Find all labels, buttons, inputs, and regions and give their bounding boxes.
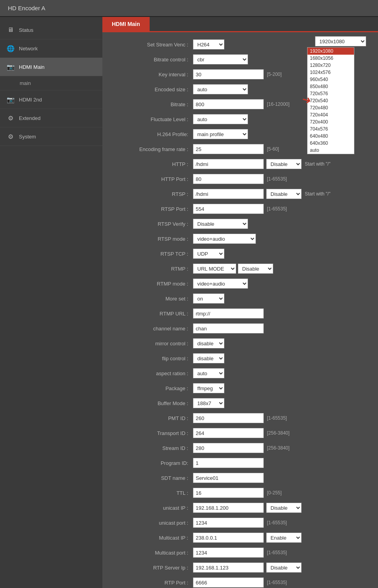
label-rtmp: RTMP : (114, 266, 193, 272)
label-rtsp-tcp: RTSP TCP : (114, 251, 193, 257)
hint-bitrate: [16-12000] (267, 101, 289, 107)
select-rtsp-tcp[interactable]: UDP (193, 249, 224, 259)
resolution-option-2[interactable]: 1280x720 (308, 62, 354, 69)
row-more-set: More set : on (114, 293, 366, 304)
resolution-option-3[interactable]: 1024x576 (308, 69, 354, 76)
select-rtmp-mode[interactable]: video+audio (193, 278, 248, 289)
resolution-option-1[interactable]: 1680x1056 (308, 55, 354, 62)
resolution-dropdown-container: 1920x1080 1920x1080 1680x1056 1280x720 1… (315, 36, 366, 46)
select-rtp-server-ip-mode[interactable]: Disable (266, 562, 302, 573)
resolution-option-6[interactable]: 720x576 (308, 90, 354, 97)
sidebar-label-extended: Extended (19, 115, 41, 121)
select-set-stream-venc[interactable]: H264 (193, 39, 224, 50)
resolution-option-12[interactable]: 640x480 (308, 133, 354, 140)
row-pmt-id: PMT ID : [1-65535] (114, 412, 366, 424)
input-channel-name[interactable] (193, 323, 264, 334)
sidebar-item-status[interactable]: 🖥 Status (0, 21, 102, 39)
input-rtsp[interactable] (193, 189, 264, 199)
tab-hdmi-main[interactable]: HDMI Main (102, 17, 150, 31)
input-key-interval[interactable] (193, 69, 264, 79)
label-bitrate-control: Bitrate control : (114, 57, 193, 63)
row-rtsp-verify: RTSP Verify : Disable (114, 218, 366, 230)
select-unicast-ip-mode[interactable]: Disable (266, 503, 302, 513)
resolution-option-7[interactable]: 720x540 (308, 97, 354, 104)
select-rtsp-disable[interactable]: Disable (266, 189, 302, 199)
input-transport-id[interactable] (193, 428, 264, 438)
sidebar-item-hdmi-2nd[interactable]: 📷 HDMI 2nd (0, 90, 102, 109)
gear-icon: ⚙ (6, 114, 15, 122)
label-h264-profile: H.264 Profile: (114, 131, 193, 137)
label-more-set: More set : (114, 296, 193, 302)
select-bitrate-control[interactable]: cbr (193, 54, 248, 65)
input-program-id[interactable] (193, 458, 264, 468)
select-more-set[interactable]: on (193, 293, 224, 304)
resolution-option-9[interactable]: 720x404 (308, 111, 354, 118)
select-buffer-mode[interactable]: 188x7 (193, 398, 224, 408)
input-multicast-port[interactable] (193, 547, 264, 558)
label-program-id: Program ID: (114, 460, 193, 466)
resolution-option-4[interactable]: 960x540 (308, 76, 354, 83)
label-encoded-size: Encoded size : (114, 87, 193, 92)
select-http-disable[interactable]: Disable (266, 159, 302, 169)
hint-ttl: [0-255] (267, 490, 282, 496)
resolution-option-14[interactable]: auto (308, 147, 354, 154)
input-rtmp-url[interactable] (193, 308, 264, 319)
resolution-select-top[interactable]: 1920x1080 (315, 36, 366, 46)
input-rtsp-port[interactable] (193, 204, 264, 214)
row-rtsp: RTSP : Disable Start with "/" (114, 188, 366, 200)
select-mirror-control[interactable]: disable (193, 338, 224, 348)
input-rtp-port[interactable] (193, 577, 264, 588)
resolution-option-8[interactable]: 720x480 (308, 104, 354, 111)
sidebar-label-system: System (19, 134, 36, 140)
resolution-option-13[interactable]: 640x360 (308, 140, 354, 147)
label-multicast-port: Multicast port : (114, 550, 193, 556)
label-rtsp-mode: RTSP mode : (114, 236, 193, 242)
input-sdt-name[interactable] (193, 473, 264, 483)
input-ttl[interactable] (193, 488, 264, 498)
select-rtsp-mode[interactable]: video+audio (193, 234, 256, 244)
sidebar-item-extended[interactable]: ⚙ Extended (0, 109, 102, 127)
sidebar-item-network[interactable]: 🌐 Network (0, 39, 102, 58)
row-aspect-ration: aspect ration : auto (114, 367, 366, 379)
sidebar-label-status: Status (19, 27, 33, 33)
monitor-icon: 🖥 (6, 26, 15, 34)
resolution-option-11[interactable]: 704x576 (308, 125, 354, 133)
resolution-option-10[interactable]: 720x400 (308, 118, 354, 125)
row-rtmp: RTMP : URL MODE Disable (114, 263, 366, 275)
input-http[interactable] (193, 159, 264, 169)
input-encoding-frame-rate[interactable] (193, 144, 264, 154)
sidebar-label-hdmi-2nd: HDMI 2nd (19, 97, 42, 103)
select-rtmp-mode1[interactable]: URL MODE (193, 264, 236, 274)
input-multicast-ip[interactable] (193, 533, 264, 543)
app-title: HD Encoder A (8, 5, 45, 11)
select-aspect-ration[interactable]: auto (193, 368, 224, 378)
hint-pmt-id: [1-65535] (267, 415, 287, 421)
sidebar-item-hdmi-main[interactable]: 📷 HDMI Main (0, 58, 102, 76)
input-unicast-ip[interactable] (193, 503, 264, 513)
header: HD Encoder A (0, 0, 378, 17)
label-fluctuate-level: Fluctuate Level : (114, 116, 193, 122)
input-rtp-server-ip[interactable] (193, 562, 264, 573)
select-encoded-size[interactable]: auto (193, 84, 248, 94)
select-package[interactable]: ffmpeg (193, 383, 224, 393)
select-fluctuate-level[interactable]: auto (193, 114, 248, 124)
select-flip-control[interactable]: disable (193, 353, 224, 363)
label-channel-name: channel name : (114, 326, 193, 332)
input-unicast-port[interactable] (193, 518, 264, 528)
resolution-option-5[interactable]: 850x480 (308, 83, 354, 90)
select-rtmp-mode2[interactable]: Disable (238, 264, 273, 274)
select-h264-profile[interactable]: main profile (193, 129, 248, 139)
resolution-option-0[interactable]: 1920x1080 (308, 48, 354, 55)
input-pmt-id[interactable] (193, 413, 264, 423)
hint-encoding-frame-rate: [5-60] (267, 146, 279, 152)
row-multicast-port: Multicast port : [1-65535] (114, 547, 366, 559)
input-stream-id[interactable] (193, 443, 264, 453)
label-multicast-ip: Multicast IP : (114, 535, 193, 541)
input-bitrate[interactable] (193, 99, 264, 109)
select-rtsp-verify[interactable]: Disable (193, 219, 248, 229)
select-multicast-ip-mode[interactable]: Enable (266, 533, 302, 543)
settings-icon: ⚙ (6, 132, 15, 141)
sidebar-item-main-sub[interactable]: main (0, 76, 102, 90)
input-http-port[interactable] (193, 174, 264, 184)
sidebar-item-system[interactable]: ⚙ System (0, 127, 102, 146)
